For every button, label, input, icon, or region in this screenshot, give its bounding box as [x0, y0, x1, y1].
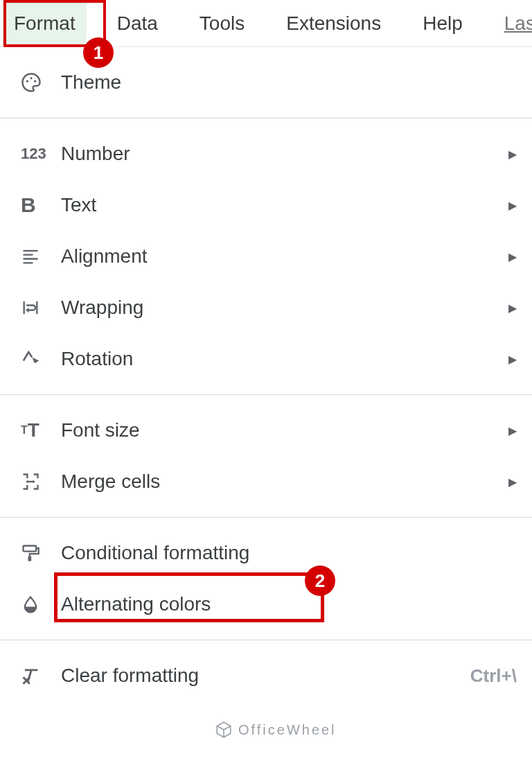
number-icon: 123 [21, 145, 61, 163]
font-size-icon: TT [21, 419, 61, 441]
watermark: OfficeWheel [215, 721, 337, 739]
chevron-right-icon: ▶ [508, 250, 517, 263]
droplet-icon [21, 595, 61, 614]
menu-last[interactable]: Last [493, 0, 532, 47]
menu-item-theme[interactable]: Theme [0, 57, 532, 108]
menu-item-wrapping[interactable]: Wrapping ▶ [0, 282, 532, 333]
watermark-icon [215, 721, 233, 739]
menu-label: Alternating colors [61, 593, 517, 615]
divider [0, 517, 532, 518]
menu-data[interactable]: Data [106, 0, 169, 47]
svg-rect-3 [24, 546, 37, 552]
shortcut-label: Ctrl+\ [470, 665, 517, 687]
svg-point-0 [26, 80, 28, 82]
align-icon [21, 247, 61, 266]
paint-roller-icon [21, 543, 61, 563]
divider [0, 394, 532, 395]
menu-item-font-size[interactable]: TT Font size ▶ [0, 405, 532, 456]
menu-tools[interactable]: Tools [188, 0, 256, 47]
menu-item-alignment[interactable]: Alignment ▶ [0, 231, 532, 282]
chevron-right-icon: ▶ [508, 148, 517, 161]
svg-point-2 [34, 80, 36, 82]
divider [0, 640, 532, 640]
menu-label: Alignment [61, 245, 508, 268]
chevron-right-icon: ▶ [508, 199, 517, 212]
menu-label: Conditional formatting [61, 542, 517, 564]
svg-rect-4 [28, 556, 32, 561]
menu-item-clear-formatting[interactable]: Clear formatting Ctrl+\ [0, 650, 532, 701]
menu-item-number[interactable]: 123 Number ▶ [0, 128, 532, 179]
svg-point-1 [30, 77, 32, 79]
palette-icon [21, 72, 61, 93]
merge-cells-icon [21, 472, 61, 491]
chevron-right-icon: ▶ [508, 353, 517, 366]
clear-format-icon [21, 666, 61, 685]
menu-label: Merge cells [61, 471, 508, 493]
divider [0, 118, 532, 119]
menu-item-rotation[interactable]: Rotation ▶ [0, 333, 532, 385]
menu-label: Text [61, 194, 508, 216]
menu-label: Rotation [61, 348, 508, 370]
menu-label: Clear formatting [61, 665, 470, 687]
format-dropdown: Theme 123 Number ▶ B Text ▶ Alignment ▶ … [0, 47, 532, 701]
watermark-text: OfficeWheel [238, 722, 337, 738]
menu-label: Theme [61, 71, 517, 94]
menu-item-conditional-formatting[interactable]: Conditional formatting [0, 527, 532, 579]
menu-item-merge-cells[interactable]: Merge cells ▶ [0, 456, 532, 507]
menu-label: Wrapping [61, 297, 508, 319]
menu-extensions[interactable]: Extensions [275, 0, 392, 47]
menu-help[interactable]: Help [411, 0, 474, 47]
menubar: Format Data Tools Extensions Help Last [0, 0, 532, 47]
menu-item-alternating-colors[interactable]: Alternating colors [0, 579, 532, 630]
rotation-icon [21, 349, 61, 369]
chevron-right-icon: ▶ [508, 424, 517, 437]
menu-item-text[interactable]: B Text ▶ [0, 179, 532, 231]
chevron-right-icon: ▶ [508, 301, 517, 315]
menu-format[interactable]: Format [3, 0, 87, 47]
wrapping-icon [21, 298, 61, 317]
chevron-right-icon: ▶ [508, 475, 517, 489]
menu-label: Number [61, 143, 508, 165]
menu-label: Font size [61, 419, 508, 441]
bold-icon: B [21, 193, 61, 217]
